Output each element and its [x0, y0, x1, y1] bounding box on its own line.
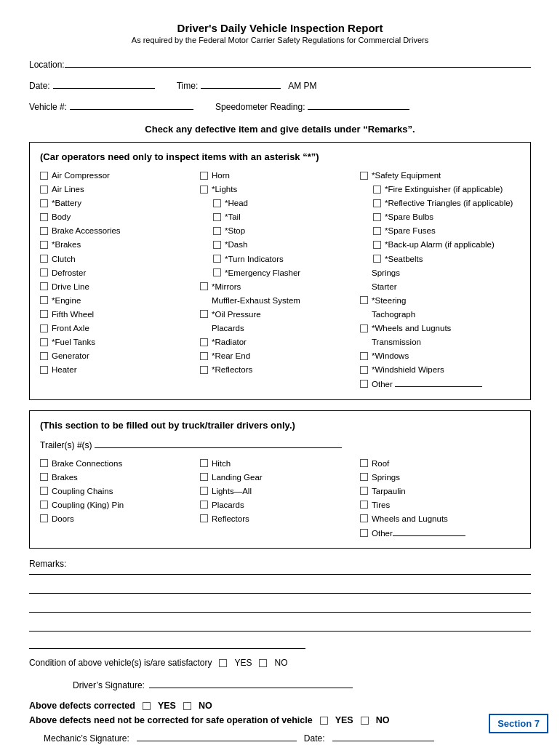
- checkbox[interactable]: [200, 352, 208, 360]
- checkbox[interactable]: [373, 255, 381, 263]
- checkbox[interactable]: [213, 268, 221, 276]
- list-item: *Battery: [40, 197, 200, 209]
- checkbox[interactable]: [200, 501, 208, 509]
- checkbox[interactable]: [40, 282, 48, 290]
- checkbox[interactable]: [40, 352, 48, 360]
- defects-yes2-checkbox[interactable]: [320, 717, 328, 725]
- list-item: Placards: [200, 499, 360, 511]
- checkbox[interactable]: [373, 199, 381, 207]
- checkbox[interactable]: [40, 255, 48, 263]
- checkbox[interactable]: [200, 338, 208, 346]
- checkbox[interactable]: [40, 186, 48, 194]
- checkbox[interactable]: [373, 186, 381, 194]
- checkbox[interactable]: [200, 514, 208, 522]
- mechanic-sig-field[interactable]: [137, 730, 297, 741]
- checkbox[interactable]: [40, 459, 48, 467]
- checkbox[interactable]: [373, 241, 381, 249]
- list-item: Landing Gear: [200, 471, 360, 483]
- time-label: Time:: [177, 81, 199, 91]
- list-item: *Dash: [200, 239, 360, 250]
- no-checkbox[interactable]: [259, 659, 267, 667]
- list-item: Defroster: [40, 267, 200, 279]
- trailer-field[interactable]: [95, 438, 342, 448]
- remarks-line-3[interactable]: [29, 597, 531, 613]
- remarks-line-2[interactable]: [29, 578, 531, 594]
- location-field[interactable]: [65, 56, 531, 68]
- checkbox[interactable]: [360, 352, 368, 360]
- vehicle-field[interactable]: [70, 98, 193, 110]
- checkbox[interactable]: [40, 501, 48, 509]
- list-item: Brake Connections: [40, 458, 200, 469]
- list-item: Coupling Chains: [40, 485, 200, 497]
- checkbox[interactable]: [360, 473, 368, 481]
- checkbox[interactable]: [40, 227, 48, 235]
- checkbox[interactable]: [360, 529, 368, 537]
- checkbox[interactable]: [40, 241, 48, 249]
- defects-corrected-label: Above defects corrected: [29, 701, 135, 711]
- checkbox[interactable]: [373, 227, 381, 235]
- checkbox[interactable]: [213, 241, 221, 249]
- checkbox[interactable]: [360, 324, 368, 332]
- checkbox[interactable]: [360, 501, 368, 509]
- mechanic-date-field[interactable]: [332, 730, 434, 741]
- checkbox[interactable]: [200, 282, 208, 290]
- checkbox[interactable]: [40, 199, 48, 207]
- checkbox[interactable]: [360, 459, 368, 467]
- vehicle-label: Vehicle #:: [29, 102, 67, 112]
- checkbox[interactable]: [360, 380, 368, 388]
- checkbox[interactable]: [200, 310, 208, 318]
- defects-not-needed-row: Above defects need not be corrected for …: [29, 715, 531, 725]
- checkbox[interactable]: [40, 366, 48, 374]
- checkbox[interactable]: [373, 213, 381, 221]
- list-item: *Back-up Alarm (if applicable): [360, 239, 520, 250]
- defects-no-checkbox[interactable]: [183, 702, 191, 710]
- checkbox[interactable]: [40, 172, 48, 180]
- date-field[interactable]: [53, 77, 155, 89]
- yes-checkbox[interactable]: [219, 659, 227, 667]
- time-field[interactable]: [201, 77, 281, 89]
- checkbox[interactable]: [213, 199, 221, 207]
- location-row: Location:: [29, 56, 531, 70]
- checkbox[interactable]: [200, 366, 208, 374]
- list-item: Brakes: [40, 471, 200, 483]
- yes-label: YES: [234, 658, 252, 668]
- checkbox[interactable]: [360, 296, 368, 304]
- list-item: *Windshield Wipers: [360, 364, 520, 375]
- checkbox[interactable]: [200, 459, 208, 467]
- list-item: Drive Line: [40, 281, 200, 292]
- checkbox[interactable]: [360, 366, 368, 374]
- checklist-col-3: *Safety Equipment *Fire Extinguisher (if…: [360, 170, 520, 391]
- remarks-line-4[interactable]: [29, 615, 531, 632]
- list-item: Tires: [360, 499, 520, 511]
- defects-no2-checkbox[interactable]: [361, 717, 369, 725]
- checkbox[interactable]: [200, 487, 208, 495]
- checkbox[interactable]: [40, 487, 48, 495]
- checkbox[interactable]: [213, 227, 221, 235]
- checkbox[interactable]: [40, 514, 48, 522]
- checkbox[interactable]: [40, 213, 48, 221]
- checkbox[interactable]: [40, 338, 48, 346]
- checkbox[interactable]: [40, 324, 48, 332]
- speedometer-field[interactable]: [308, 98, 409, 110]
- no-label: NO: [274, 658, 287, 668]
- checkbox[interactable]: [200, 172, 208, 180]
- checkbox[interactable]: [40, 268, 48, 276]
- driver-sig-field[interactable]: [149, 677, 353, 688]
- checkbox[interactable]: [40, 296, 48, 304]
- list-item: *Reflective Triangles (if applicable): [360, 197, 520, 209]
- checkbox[interactable]: [360, 514, 368, 522]
- defects-yes-checkbox[interactable]: [143, 702, 151, 710]
- checkbox[interactable]: [40, 473, 48, 481]
- checkbox[interactable]: [200, 186, 208, 194]
- checkbox[interactable]: [40, 310, 48, 318]
- checkbox[interactable]: [360, 487, 368, 495]
- defects-corrected-row: Above defects corrected YES NO: [29, 701, 531, 711]
- list-item: *Engine: [40, 295, 200, 306]
- section-badge[interactable]: Section 7: [489, 714, 548, 733]
- checkbox[interactable]: [200, 473, 208, 481]
- checkbox[interactable]: [360, 172, 368, 180]
- list-item: Roof: [360, 458, 520, 469]
- checkbox[interactable]: [213, 255, 221, 263]
- checkbox[interactable]: [213, 213, 221, 221]
- main-checklist-grid: Air Compressor Air Lines *Battery Body B…: [40, 170, 520, 391]
